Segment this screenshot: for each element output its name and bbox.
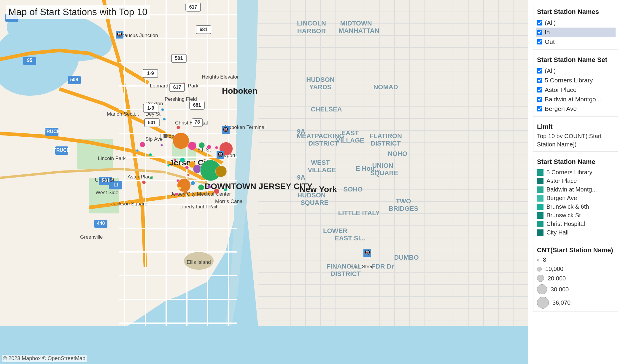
filter2-title: Start Station Name Set xyxy=(537,56,614,64)
map-attribution: © 2023 Mapbox © OpenStreetMap xyxy=(2,355,87,362)
legend-item-1: Astor Place xyxy=(537,177,614,185)
legend-item-2: Baldwin at Montg... xyxy=(537,185,614,194)
limit-text: Top 10 by COUNT([Start Station Name]) xyxy=(537,132,614,149)
filter2-label-5corners: 5 Corners Library xyxy=(545,77,593,84)
color-legend-title: Start Station Name xyxy=(537,158,614,166)
size-legend-items: 810,00020,00030,00036,070 xyxy=(537,256,614,309)
filter2-checkbox-5corners[interactable] xyxy=(537,78,542,83)
size-circle-3 xyxy=(537,284,547,294)
size-item-3: 30,000 xyxy=(537,284,614,294)
size-label-0: 8 xyxy=(543,256,546,263)
filter2-item-baldwin[interactable]: Baldwin at Montgo... xyxy=(537,95,614,104)
legend-color-2 xyxy=(537,186,543,193)
start-station-name-set-filter: Start Station Name Set (All) 5 Corners L… xyxy=(533,53,618,117)
size-circle-0 xyxy=(537,259,539,261)
legend-color-0 xyxy=(537,169,543,176)
limit-title: Limit xyxy=(537,123,614,131)
legend-item-6: Christ Hospital xyxy=(537,220,614,228)
filter2-item-5corners[interactable]: 5 Corners Library xyxy=(537,76,614,85)
legend-label-3: Bergen Ave xyxy=(546,195,577,202)
legend-color-7 xyxy=(537,229,543,236)
legend-item-0: 5 Corners Library xyxy=(537,168,614,177)
filter1-label-all: (All) xyxy=(545,19,556,26)
size-item-4: 36,070 xyxy=(537,297,614,309)
legend-label-5: Brunswick St xyxy=(546,212,581,219)
legend-color-3 xyxy=(537,195,543,202)
size-label-2: 20,000 xyxy=(548,275,566,282)
size-circle-1 xyxy=(537,267,542,272)
size-label-3: 30,000 xyxy=(551,286,569,293)
legend-label-7: City Hall xyxy=(546,229,568,236)
color-legend-section: Start Station Name 5 Corners LibraryAsto… xyxy=(533,155,618,240)
sidebar: Start Station Names (All) In Out Start S… xyxy=(528,0,623,364)
filter2-checkbox-bergen[interactable] xyxy=(537,106,542,111)
filter2-item-all[interactable]: (All) xyxy=(537,66,614,76)
size-legend-section: CNT(Start Station Name) 810,00020,00030,… xyxy=(533,243,618,312)
filter1-checkbox-in[interactable] xyxy=(537,30,542,35)
legend-label-6: Christ Hospital xyxy=(546,221,585,227)
filter1-checkbox-out[interactable] xyxy=(537,39,542,44)
legend-item-7: City Hall xyxy=(537,228,614,237)
legend-label-1: Astor Place xyxy=(546,178,577,184)
size-label-1: 10,000 xyxy=(545,266,563,272)
filter1-title: Start Station Names xyxy=(537,8,614,16)
map-section: Map of Start Stations with Top 10 © 2023… xyxy=(0,0,528,364)
size-circle-4 xyxy=(537,297,549,309)
legend-item-4: Brunswick & 6th xyxy=(537,202,614,211)
filter2-label-all: (All) xyxy=(545,67,556,74)
filter2-checkbox-baldwin[interactable] xyxy=(537,97,542,102)
filter1-item-out[interactable]: Out xyxy=(537,37,614,47)
limit-section: Limit Top 10 by COUNT([Start Station Nam… xyxy=(533,120,618,152)
legend-color-4 xyxy=(537,204,543,210)
legend-label-2: Baldwin at Montg... xyxy=(546,186,597,193)
legend-item-5: Brunswick St xyxy=(537,211,614,220)
filter2-label-baldwin: Baldwin at Montgo... xyxy=(545,96,601,103)
filter1-checkbox-all[interactable] xyxy=(537,20,542,25)
legend-color-5 xyxy=(537,212,543,219)
size-label-4: 36,070 xyxy=(552,299,570,306)
legend-color-6 xyxy=(537,221,543,227)
filter2-checkbox-all[interactable] xyxy=(537,68,542,74)
color-legend-items: 5 Corners LibraryAstor PlaceBaldwin at M… xyxy=(537,168,614,237)
legend-label-4: Brunswick & 6th xyxy=(546,203,589,210)
legend-item-3: Bergen Ave xyxy=(537,194,614,202)
filter1-label-in: In xyxy=(545,29,550,36)
filter2-checkbox-astor[interactable] xyxy=(537,87,542,92)
map-canvas xyxy=(0,0,528,364)
start-station-names-filter: Start Station Names (All) In Out xyxy=(533,5,618,50)
page-title: Map of Start Stations with Top 10 xyxy=(6,5,150,19)
filter2-label-astor: Astor Place xyxy=(545,86,576,93)
size-item-2: 20,000 xyxy=(537,275,614,282)
size-circle-2 xyxy=(537,275,544,282)
filter2-item-bergen[interactable]: Bergen Ave xyxy=(537,104,614,114)
filter2-item-astor[interactable]: Astor Place xyxy=(537,85,614,95)
size-legend-title: CNT(Start Station Name) xyxy=(537,246,614,254)
filter2-label-bergen: Bergen Ave xyxy=(545,105,577,112)
filter1-item-all[interactable]: (All) xyxy=(537,18,614,28)
filter1-label-out: Out xyxy=(545,38,555,45)
legend-color-1 xyxy=(537,178,543,184)
legend-label-0: 5 Corners Library xyxy=(546,169,592,176)
filter1-item-in[interactable]: In xyxy=(536,28,616,37)
size-item-0: 8 xyxy=(537,256,614,263)
size-item-1: 10,000 xyxy=(537,266,614,272)
